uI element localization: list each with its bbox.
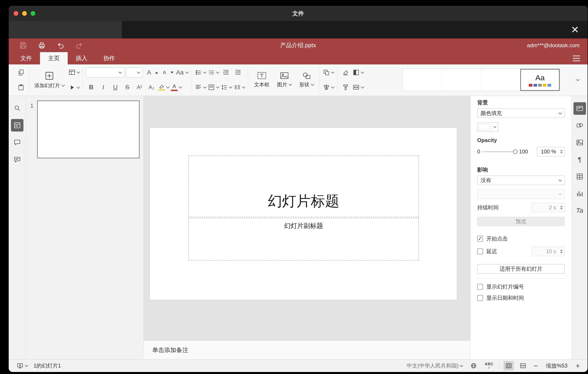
background-fill-select[interactable]: 颜色填充 bbox=[477, 109, 565, 118]
insert-image-button[interactable]: 图片 bbox=[274, 67, 294, 93]
delay-field[interactable]: 10 s bbox=[532, 247, 565, 256]
select-color-scheme-button[interactable] bbox=[353, 67, 364, 78]
theme-option-1[interactable] bbox=[402, 69, 442, 91]
zoom-out-button[interactable]: − bbox=[532, 362, 539, 370]
slides-panel-button[interactable] bbox=[11, 119, 23, 132]
increase-indent-button[interactable] bbox=[233, 67, 243, 78]
slide-canvas[interactable]: 幻灯片标题 幻灯片副标题 bbox=[150, 128, 457, 300]
slide-size-button[interactable] bbox=[353, 82, 364, 93]
theme-option-selected[interactable]: Aa bbox=[520, 69, 560, 91]
duration-field[interactable]: 2 s bbox=[532, 203, 565, 212]
background-color-picker[interactable] bbox=[477, 122, 498, 132]
bullet-list-button[interactable] bbox=[195, 67, 206, 78]
superscript-button[interactable]: A² bbox=[134, 82, 145, 93]
tab-collaboration[interactable]: 协作 bbox=[95, 52, 123, 65]
language-select[interactable]: 中文(中华人民共和国) bbox=[405, 361, 464, 370]
tab-home[interactable]: 主页 bbox=[40, 52, 68, 65]
spinner-arrows-icon[interactable] bbox=[560, 247, 563, 256]
background-panel bbox=[9, 21, 122, 38]
minimize-traffic-light[interactable] bbox=[22, 11, 27, 16]
comments-panel-button[interactable] bbox=[11, 136, 23, 149]
italic-button[interactable]: I bbox=[98, 82, 108, 93]
fit-slide-button[interactable] bbox=[504, 361, 514, 370]
font-color-button[interactable]: A bbox=[171, 82, 182, 93]
start-slideshow-button[interactable] bbox=[15, 361, 30, 370]
slide-title-placeholder[interactable]: 幻灯片标题 bbox=[188, 155, 419, 217]
numbered-list-button[interactable] bbox=[208, 67, 219, 78]
tab-insert[interactable]: 插入 bbox=[68, 52, 95, 65]
close-icon[interactable]: ✕ bbox=[571, 25, 579, 35]
effect-type-select[interactable] bbox=[477, 189, 565, 199]
print-button[interactable] bbox=[38, 41, 46, 49]
theme-option-2[interactable] bbox=[442, 69, 481, 91]
zoom-in-button[interactable]: + bbox=[574, 362, 581, 370]
arrange-group bbox=[320, 66, 337, 93]
theme-option-3[interactable] bbox=[481, 69, 520, 91]
horizontal-align-button[interactable] bbox=[195, 82, 206, 93]
paste-button[interactable] bbox=[16, 82, 26, 93]
preview-slideshow-button[interactable] bbox=[68, 82, 80, 93]
notes-area[interactable]: 单击添加备注 bbox=[144, 341, 470, 359]
view-settings-menu-icon[interactable] bbox=[573, 55, 580, 61]
slide-thumbnail[interactable] bbox=[37, 100, 140, 158]
fullscreen-traffic-light[interactable] bbox=[31, 11, 35, 16]
undo-button[interactable] bbox=[56, 41, 64, 49]
chart-settings-tab[interactable] bbox=[574, 187, 586, 200]
clear-style-button[interactable] bbox=[340, 67, 351, 78]
font-size-select[interactable] bbox=[126, 67, 143, 77]
change-case-button[interactable]: Aa bbox=[175, 67, 188, 78]
preview-button[interactable]: 预览 bbox=[477, 217, 565, 226]
close-traffic-light[interactable] bbox=[14, 11, 18, 16]
text-art-settings-tab[interactable]: Ta bbox=[574, 204, 586, 217]
start-on-click-checkbox[interactable]: ✓ bbox=[477, 236, 483, 242]
insert-shape-button[interactable]: 形状 bbox=[296, 67, 316, 93]
vertical-align-button[interactable] bbox=[208, 82, 219, 93]
line-spacing-button[interactable] bbox=[221, 82, 232, 93]
highlight-color-button[interactable] bbox=[158, 82, 169, 93]
decrease-font-button[interactable]: A bbox=[160, 67, 174, 78]
spinner-arrows-icon[interactable] bbox=[560, 147, 563, 156]
font-name-select[interactable] bbox=[86, 67, 125, 77]
opacity-value-field[interactable]: 100 % bbox=[537, 147, 565, 156]
show-date-time-checkbox[interactable] bbox=[477, 295, 483, 301]
apply-to-all-slides-button[interactable]: 适用于所有幻灯片 bbox=[477, 264, 565, 274]
paragraph-settings-tab[interactable]: ¶ bbox=[574, 153, 586, 166]
redo-button[interactable] bbox=[75, 41, 83, 49]
align-shape-button[interactable] bbox=[323, 82, 334, 93]
increase-font-button[interactable]: A bbox=[145, 67, 158, 78]
columns-button[interactable] bbox=[234, 82, 245, 93]
fit-width-button[interactable] bbox=[518, 361, 528, 370]
effect-select[interactable]: 没有 bbox=[477, 176, 565, 185]
document-language-button[interactable] bbox=[469, 361, 479, 370]
show-slide-number-checkbox[interactable] bbox=[477, 284, 483, 290]
feedback-button[interactable] bbox=[11, 154, 23, 166]
slide-settings-tab[interactable] bbox=[574, 102, 586, 115]
copy-style-button[interactable] bbox=[340, 82, 351, 93]
theme-gallery-expand-button[interactable] bbox=[572, 69, 584, 91]
status-bar-right: 中文(中华人民共和国) ABC ✓ bbox=[405, 361, 581, 370]
table-settings-tab[interactable] bbox=[574, 170, 586, 183]
subscript-button[interactable]: A₂ bbox=[146, 82, 157, 93]
search-icon-button[interactable] bbox=[11, 102, 23, 114]
image-settings-tab[interactable] bbox=[574, 136, 586, 149]
change-layout-button[interactable] bbox=[68, 67, 80, 78]
shape-settings-tab[interactable] bbox=[574, 119, 586, 132]
spellcheck-toggle[interactable]: ABC ✓ bbox=[483, 361, 495, 370]
add-slide-button[interactable]: 添加幻灯片 bbox=[33, 67, 66, 93]
tab-file[interactable]: 文件 bbox=[12, 52, 40, 65]
arrange-shape-button[interactable] bbox=[323, 67, 334, 78]
insert-textbox-button[interactable]: 文本框 bbox=[251, 67, 272, 93]
delay-checkbox[interactable] bbox=[477, 249, 483, 254]
opacity-slider[interactable] bbox=[482, 152, 515, 152]
underline-button[interactable]: U bbox=[110, 82, 120, 93]
copy-button[interactable] bbox=[16, 67, 26, 78]
text-box-icon bbox=[257, 72, 266, 80]
opacity-slider-knob[interactable] bbox=[513, 149, 518, 154]
decrease-indent-button[interactable] bbox=[221, 67, 231, 78]
strikethrough-button[interactable]: S bbox=[122, 82, 133, 93]
save-button[interactable] bbox=[19, 41, 27, 49]
bold-button[interactable]: B bbox=[86, 82, 96, 93]
change-case-icon: Aa bbox=[175, 69, 184, 76]
spinner-arrows-icon[interactable] bbox=[560, 203, 563, 212]
slide-subtitle-placeholder[interactable]: 幻灯片副标题 bbox=[188, 218, 419, 261]
